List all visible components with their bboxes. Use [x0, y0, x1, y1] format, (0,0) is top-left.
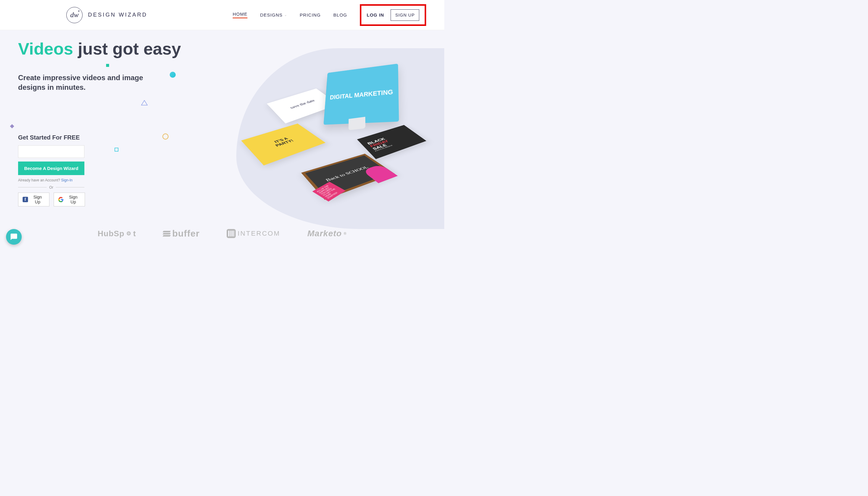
- decor-dot-green: [106, 64, 109, 67]
- decor-diamond: [10, 124, 14, 128]
- buffer-logo: buffer: [163, 229, 200, 239]
- facebook-signup-label: Sign Up: [30, 195, 45, 204]
- chat-widget-button[interactable]: [6, 229, 22, 245]
- marketo-logo: Marketo®: [307, 229, 346, 238]
- google-icon: [58, 197, 64, 202]
- signup-button[interactable]: SIGN UP: [391, 9, 419, 21]
- decor-dot-cyan: [170, 72, 176, 78]
- nav-designs[interactable]: DESIGNS ⌄: [260, 12, 287, 17]
- nav-pricing[interactable]: PRICING: [300, 12, 321, 17]
- email-input[interactable]: [18, 145, 84, 158]
- nav-blog[interactable]: BLOG: [334, 12, 347, 17]
- partner-logos: HubSp⚙t buffer INTERCOM Marketo®: [0, 229, 444, 239]
- decor-square-outline: [114, 148, 119, 152]
- auth-highlight-box: LOG IN SIGN UP: [360, 4, 426, 26]
- hero-title-rest: just got easy: [73, 39, 181, 58]
- decor-circle-outline: [162, 134, 169, 140]
- mockup-monitor: DIGITAL MARKETING: [323, 64, 399, 125]
- nav-home[interactable]: HOME: [233, 12, 247, 18]
- facebook-signup-button[interactable]: f Sign Up: [18, 192, 49, 206]
- or-divider: Or: [18, 185, 84, 189]
- google-signup-label: Sign Up: [66, 195, 80, 204]
- logo[interactable]: dw ✦ DESIGN WIZARD: [66, 7, 148, 23]
- header: dw ✦ DESIGN WIZARD HOME DESIGNS ⌄ PRICIN…: [0, 0, 444, 30]
- facebook-icon: f: [22, 197, 28, 202]
- buffer-icon: [163, 231, 170, 236]
- hero-section: Videos just got easy Create impressive v…: [0, 30, 444, 206]
- signin-link[interactable]: Sign-In: [61, 178, 73, 182]
- nav-designs-label: DESIGNS: [260, 12, 283, 17]
- chevron-down-icon: ⌄: [284, 13, 287, 17]
- decor-triangle: [141, 100, 148, 106]
- logo-text: DESIGN WIZARD: [88, 12, 148, 18]
- hero-illustration: save the date DIGITAL MARKETING IT'S A P…: [236, 48, 444, 229]
- hero-subtitle: Create impressive videos and image desig…: [18, 73, 145, 92]
- main-nav: HOME DESIGNS ⌄ PRICING BLOG LOG IN SIGN …: [233, 4, 426, 26]
- intercom-logo: INTERCOM: [227, 229, 280, 238]
- hero-title-accent: Videos: [18, 39, 73, 58]
- become-design-wizard-button[interactable]: Become A Design Wizard: [18, 161, 84, 175]
- logo-mark: dw ✦: [66, 7, 82, 23]
- intercom-icon: [227, 229, 236, 238]
- login-link[interactable]: LOG IN: [367, 12, 384, 17]
- already-label: Already have an Account?: [18, 178, 61, 182]
- mockup-monitor-stand: [348, 117, 365, 130]
- hubspot-logo: HubSp⚙t: [98, 229, 136, 238]
- google-signup-button[interactable]: Sign Up: [53, 192, 85, 206]
- svg-marker-0: [141, 100, 148, 105]
- chat-icon: [10, 233, 18, 241]
